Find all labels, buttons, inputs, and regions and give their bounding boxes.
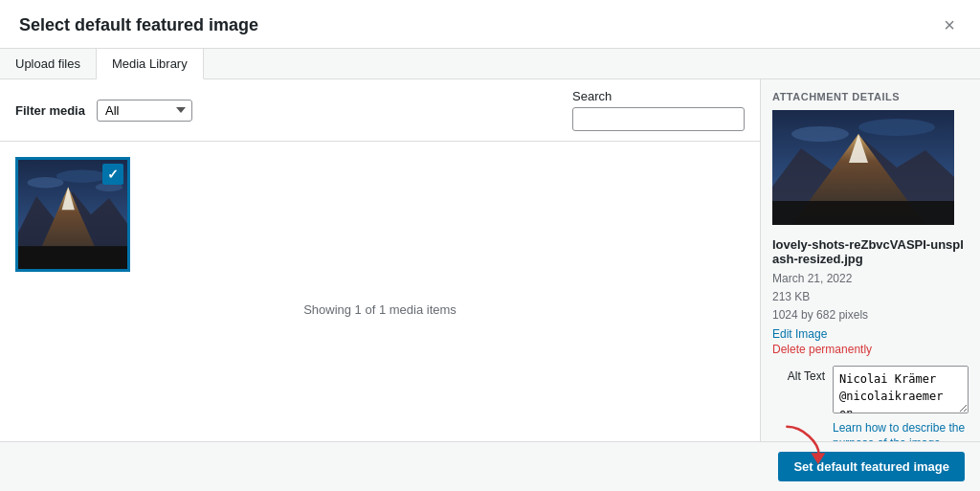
modal-footer: Set default featured image: [0, 441, 980, 491]
edit-image-link[interactable]: Edit Image: [772, 327, 969, 341]
tab-bar: Upload files Media Library: [0, 49, 980, 79]
filter-select[interactable]: All Images Audio Video Documents: [97, 100, 192, 122]
media-count: Showing 1 of 1 media items: [15, 291, 745, 328]
close-button[interactable]: ×: [938, 13, 961, 36]
attachment-details-label: ATTACHMENT DETAILS: [761, 79, 980, 110]
attachment-date: March 21, 2022: [772, 270, 969, 288]
selected-check-icon: ✓: [102, 164, 123, 185]
filter-bar: Filter media All Images Audio Video Docu…: [0, 79, 760, 142]
svg-point-1: [28, 177, 64, 188]
media-grid-container[interactable]: ✓ Showing 1 of 1 media items: [0, 142, 760, 441]
alt-text-input-wrap: Nicolai Krämer @nicolaikraemer on Learn …: [833, 366, 969, 441]
svg-point-10: [791, 126, 849, 142]
alt-text-help-link[interactable]: Learn how to describe the purpose of the…: [833, 421, 965, 441]
alt-text-help: Learn how to describe the purpose of the…: [833, 420, 969, 441]
delete-permanently-link[interactable]: Delete permanently: [772, 343, 969, 356]
modal-body: Filter media All Images Audio Video Docu…: [0, 79, 980, 441]
tab-upload[interactable]: Upload files: [0, 49, 97, 78]
media-grid: ✓: [15, 157, 745, 272]
attachment-thumbnail: [772, 110, 954, 225]
modal-dialog: Select default featured image × Upload f…: [0, 0, 980, 491]
svg-marker-8: [18, 246, 127, 269]
alt-text-label: Alt Text: [772, 366, 825, 383]
alt-text-input[interactable]: Nicolai Krämer @nicolaikraemer on: [833, 366, 969, 413]
search-input[interactable]: [572, 107, 745, 131]
attachment-size: 213 KB: [772, 288, 969, 306]
filter-left: Filter media All Images Audio Video Docu…: [15, 100, 192, 122]
attachment-info: lovely-shots-reZbvcVASPI-unsplash-resize…: [761, 237, 980, 356]
svg-marker-16: [811, 453, 825, 464]
attachment-thumbnail-container: [772, 110, 969, 228]
filter-media-label: Filter media: [15, 103, 85, 118]
svg-rect-15: [772, 201, 954, 225]
search-label: Search: [572, 89, 745, 103]
media-item[interactable]: ✓: [15, 157, 130, 272]
arrow-indicator-icon: [779, 421, 827, 464]
media-area: Filter media All Images Audio Video Docu…: [0, 79, 760, 441]
modal-header: Select default featured image ×: [0, 0, 980, 49]
svg-point-2: [56, 169, 107, 182]
attachment-filename: lovely-shots-reZbvcVASPI-unsplash-resize…: [772, 237, 969, 266]
attachment-details-sidebar: ATTACHMENT DETAILS: [760, 79, 980, 441]
svg-point-11: [858, 119, 935, 136]
modal-title: Select default featured image: [19, 15, 258, 35]
search-area: Search: [572, 89, 745, 131]
tab-media-library[interactable]: Media Library: [97, 49, 204, 79]
attachment-dimensions: 1024 by 682 pixels: [772, 306, 969, 324]
